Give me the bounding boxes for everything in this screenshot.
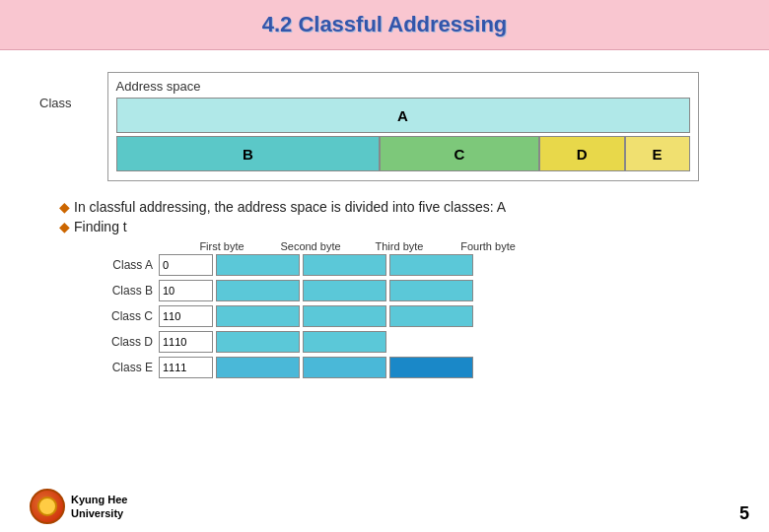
university-line1: Kyung Hee — [71, 493, 127, 506]
header-first-byte: First byte — [177, 240, 266, 252]
bullet-text-1: In classful addressing, the address spac… — [74, 199, 506, 215]
class-c-label: Class C — [99, 309, 153, 323]
class-c-cell-2 — [216, 305, 300, 327]
class-e-cell-2 — [216, 357, 300, 378]
class-a-block: A — [116, 98, 690, 133]
class-e-row: Class E — [99, 357, 730, 378]
logo-inner-circle — [37, 497, 57, 516]
class-e-input[interactable] — [159, 357, 213, 378]
diamond-icon-2: ◆ — [59, 219, 70, 234]
class-d-label: Class D — [99, 335, 153, 349]
class-a-row: Class A — [99, 254, 730, 276]
class-d-input[interactable] — [159, 331, 213, 353]
class-d-block: D — [539, 136, 625, 171]
class-c-row: Class C — [99, 305, 730, 327]
class-b-cell-4 — [389, 280, 473, 301]
class-c-input[interactable] — [159, 305, 213, 327]
class-d-cell-3 — [303, 331, 386, 353]
page-number: 5 — [739, 503, 749, 524]
header-fourth-byte: Fourth byte — [444, 240, 532, 252]
class-a-cell-2 — [216, 254, 300, 276]
main-content: Class Address space A B C D E ◆ In class… — [0, 50, 769, 392]
class-e-cell-3 — [303, 357, 386, 378]
address-space-diagram: Address space A B C D E — [107, 72, 699, 181]
class-d-cell-2 — [216, 331, 300, 353]
class-table: First byte Second byte Third byte Fourth… — [99, 240, 730, 378]
university-logo — [30, 489, 65, 524]
class-table-headers: First byte Second byte Third byte Fourth… — [177, 240, 730, 252]
address-row-2: B C D E — [116, 136, 690, 171]
class-a-cell-3 — [303, 254, 386, 276]
address-space-label: Address space — [116, 79, 690, 94]
slide-title: 4.2 Classful Addressing — [0, 12, 769, 37]
class-a-cell-4 — [389, 254, 473, 276]
header-second-byte: Second byte — [266, 240, 355, 252]
class-b-cell-2 — [216, 280, 300, 301]
university-name: Kyung Hee University — [71, 493, 127, 521]
university-line2: University — [71, 506, 127, 520]
class-c-cell-4 — [389, 305, 473, 327]
class-e-label: Class E — [99, 361, 153, 374]
class-c-block: C — [380, 136, 538, 171]
class-e-block: E — [625, 136, 690, 171]
address-row-1: A — [116, 98, 690, 133]
class-a-label: Class A — [99, 258, 153, 272]
footer: Kyung Hee University — [30, 489, 127, 524]
bullet-section: ◆ In classful addressing, the address sp… — [59, 199, 730, 234]
class-b-block: B — [116, 136, 381, 171]
class-b-input[interactable] — [159, 280, 213, 301]
class-a-input[interactable] — [159, 254, 213, 276]
header-third-byte: Third byte — [355, 240, 444, 252]
class-c-cell-3 — [303, 305, 386, 327]
bullet-line-2: ◆ Finding t — [59, 219, 730, 234]
bullet-text-2: Finding t — [74, 219, 127, 234]
bullet-line-1: ◆ In classful addressing, the address sp… — [59, 199, 730, 215]
class-e-cell-4 — [389, 357, 473, 378]
class-d-row: Class D — [99, 331, 730, 353]
class-sidebar-label: Class — [39, 96, 72, 110]
slide-header: 4.2 Classful Addressing — [0, 0, 769, 50]
diamond-icon-1: ◆ — [59, 199, 70, 215]
class-b-label: Class B — [99, 284, 153, 298]
class-b-cell-3 — [303, 280, 386, 301]
class-b-row: Class B — [99, 280, 730, 301]
